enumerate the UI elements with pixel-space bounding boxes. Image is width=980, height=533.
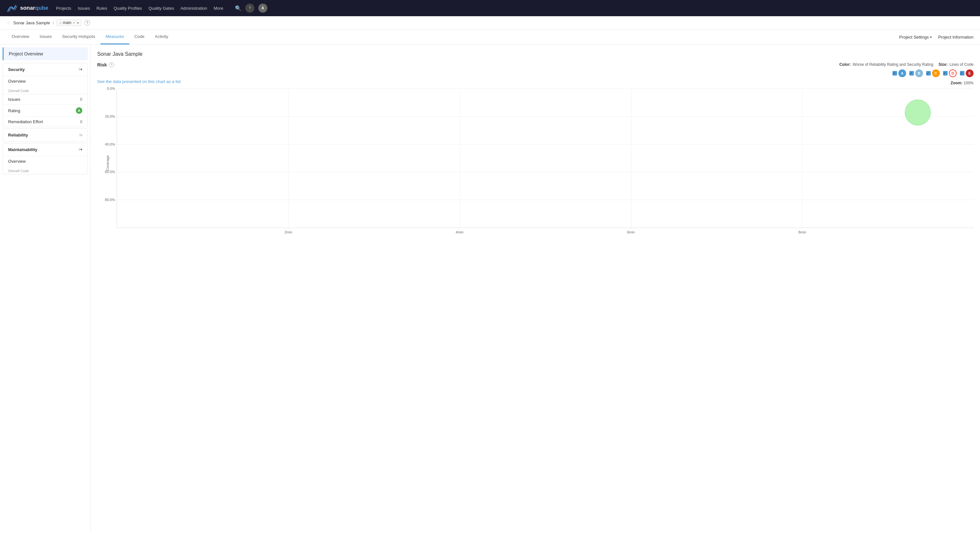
legend-item-a: ✓ A xyxy=(892,69,906,77)
logo[interactable]: sonarqube xyxy=(6,2,48,14)
favorite-icon[interactable]: ☆ xyxy=(6,20,11,25)
svg-rect-0 xyxy=(6,2,18,14)
gridline-v-3 xyxy=(802,88,802,228)
security-help-icon[interactable]: ? xyxy=(78,68,80,72)
maintainability-overview-label: Overview xyxy=(8,159,82,164)
tab-activity[interactable]: Activity xyxy=(150,29,173,45)
legend-dot-d: D xyxy=(949,69,957,77)
risk-help-icon[interactable]: ? xyxy=(109,62,114,67)
nav-quality-profiles[interactable]: Quality Profiles xyxy=(114,6,142,11)
risk-chart: Coverage 0.0% 20.0% 40.0% 60.0% 80.0% xyxy=(97,88,974,238)
legend-checkbox-c[interactable]: ✓ xyxy=(926,71,931,75)
security-remediation-value: 0 xyxy=(80,120,82,124)
legend-checkbox-e[interactable]: ✓ xyxy=(960,71,964,75)
sidebar-item-security-rating[interactable]: Rating A xyxy=(3,104,88,116)
sidebar-item-security-issues[interactable]: Issues 0 xyxy=(3,94,88,104)
branch-icon: ⑁ xyxy=(59,21,62,25)
tab-items: Overview Issues Security Hotspots Measur… xyxy=(6,29,899,45)
project-settings-label: Project Settings xyxy=(899,35,929,40)
branch-name: main xyxy=(63,21,71,25)
nav-issues[interactable]: Issues xyxy=(78,6,90,11)
sidebar-item-maintainability-overview[interactable]: Overview xyxy=(3,156,88,166)
risk-title: Risk xyxy=(97,62,107,67)
legend-checkbox-d[interactable]: ✓ xyxy=(943,71,948,75)
legend-dot-c: C xyxy=(932,69,940,77)
y-axis-label: Coverage xyxy=(106,155,110,171)
maintainability-caret-icon: ▾ xyxy=(80,147,82,152)
legend-dot-e: E xyxy=(966,69,974,77)
sidebar-section-reliability-header[interactable]: Reliability ? › xyxy=(3,129,88,141)
reliability-help-icon[interactable]: ? xyxy=(79,133,81,137)
gridline-h-3 xyxy=(117,172,974,172)
logo-icon xyxy=(6,2,18,14)
chart-area[interactable]: 0.0% 20.0% 40.0% 60.0% 80.0% 2min 4min xyxy=(117,88,974,228)
security-rating-label: Rating xyxy=(8,108,76,113)
legend-row: ✓ A ✓ B ✓ C ✓ D ✓ E xyxy=(97,69,974,77)
tab-issues[interactable]: Issues xyxy=(34,29,57,45)
legend-item-e: ✓ E xyxy=(960,69,974,77)
sidebar-item-security-overview[interactable]: Overview xyxy=(3,76,88,86)
nav-projects[interactable]: Projects xyxy=(56,6,71,11)
sidebar-sub-header-overall-code-m: Overall Code xyxy=(3,166,88,174)
y-label-4: 80.0% xyxy=(105,198,117,202)
nav-links: Projects Issues Rules Quality Profiles Q… xyxy=(56,6,223,11)
nav-quality-gates[interactable]: Quality Gates xyxy=(148,6,174,11)
reliability-section-title: Reliability xyxy=(8,132,78,137)
tab-right-actions: Project Settings ▾ Project Information xyxy=(899,35,974,40)
search-icon[interactable]: 🔍 xyxy=(235,5,242,11)
logo-text: sonarqube xyxy=(20,5,48,11)
legend-dot-b: B xyxy=(915,69,923,77)
zoom-info: Zoom: 100% xyxy=(950,81,974,85)
nav-icons: 🔍 ? A xyxy=(231,3,267,13)
risk-color-value: Worse of Reliability Rating and Security… xyxy=(853,62,933,67)
legend-dot-a: A xyxy=(898,69,906,77)
nav-rules[interactable]: Rules xyxy=(96,6,107,11)
security-rating-badge: A xyxy=(76,107,82,114)
top-navigation: sonarqube Projects Issues Rules Quality … xyxy=(0,0,980,16)
risk-bubble[interactable] xyxy=(905,99,931,126)
help-button[interactable]: ? xyxy=(245,3,255,13)
risk-size-label: Size: xyxy=(939,62,948,67)
y-label-0: 0.0% xyxy=(107,86,117,91)
sidebar-section-maintainability: Maintainability ? ▾ Overview Overall Cod… xyxy=(3,143,88,174)
content-project-title: Sonar Java Sample xyxy=(97,51,974,57)
chart-list-link[interactable]: See the data presented on this chart as … xyxy=(97,79,180,84)
settings-caret-icon: ▾ xyxy=(930,35,932,39)
sidebar-section-security-header[interactable]: Security ? ▾ xyxy=(3,63,88,76)
zoom-value: 100% xyxy=(964,81,974,85)
y-label-2: 40.0% xyxy=(105,142,117,146)
sidebar-item-project-overview[interactable]: Project Overview xyxy=(3,47,88,60)
tab-security-hotspots[interactable]: Security Hotspots xyxy=(57,29,100,45)
sidebar-section-security: Security ? ▾ Overview Overall Code Issue… xyxy=(3,63,88,127)
security-remediation-label: Remediation Effort xyxy=(8,119,80,124)
breadcrumb-project-link[interactable]: Sonar Java Sample xyxy=(13,21,50,25)
nav-administration[interactable]: Administration xyxy=(180,6,207,11)
branch-caret-icon: ▾ xyxy=(77,21,79,25)
gridline-h-2 xyxy=(117,144,974,145)
tab-measures[interactable]: Measures xyxy=(100,29,129,45)
maintainability-help-icon[interactable]: ? xyxy=(78,148,80,152)
branch-selector[interactable]: ⑁ main ✓ ▾ xyxy=(56,19,82,26)
tab-code[interactable]: Code xyxy=(129,29,150,45)
zoom-label: Zoom: xyxy=(950,81,963,85)
project-settings-link[interactable]: Project Settings ▾ xyxy=(899,35,932,40)
tab-bar: Overview Issues Security Hotspots Measur… xyxy=(0,29,980,45)
user-avatar[interactable]: A xyxy=(258,3,267,13)
legend-checkbox-b[interactable]: ✓ xyxy=(909,71,914,75)
main-content: Sonar Java Sample Risk ? Color: Worse of… xyxy=(91,45,980,533)
y-label-1: 20.0% xyxy=(105,115,117,118)
nav-more[interactable]: More xyxy=(213,6,223,11)
sidebar-item-security-remediation[interactable]: Remediation Effort 0 xyxy=(3,116,88,127)
branch-check-icon: ✓ xyxy=(73,21,76,25)
breadcrumb-bar: ☆ Sonar Java Sample / ⑁ main ✓ ▾ ? xyxy=(0,16,980,29)
project-information-link[interactable]: Project Information xyxy=(938,35,974,40)
x-label-1: 4min xyxy=(456,230,463,234)
security-caret-icon: ▾ xyxy=(80,67,82,72)
branch-help-icon[interactable]: ? xyxy=(84,20,90,26)
legend-checkbox-a[interactable]: ✓ xyxy=(892,71,897,75)
gridline-v-0 xyxy=(288,88,289,228)
x-label-0: 2min xyxy=(285,230,292,234)
tab-overview[interactable]: Overview xyxy=(6,29,34,45)
sidebar-section-maintainability-header[interactable]: Maintainability ? ▾ xyxy=(3,143,88,156)
security-issues-label: Issues xyxy=(8,97,80,102)
